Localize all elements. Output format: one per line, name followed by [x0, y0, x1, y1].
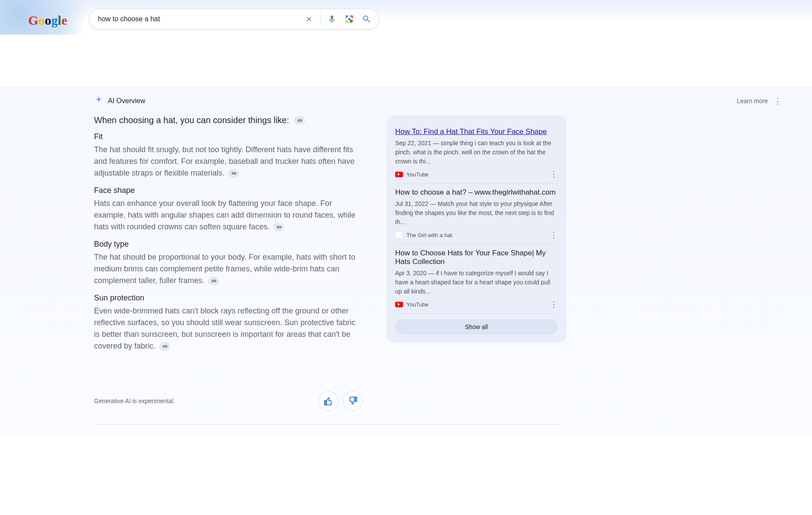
svg-rect-1	[346, 16, 347, 18]
search-icon[interactable]	[358, 10, 375, 28]
svg-point-6	[350, 20, 353, 23]
search-bar[interactable]	[89, 9, 379, 29]
lens-icon[interactable]	[341, 10, 358, 28]
google-logo[interactable]: Google	[28, 13, 67, 28]
svg-rect-5	[346, 20, 347, 23]
search-input[interactable]	[98, 15, 300, 23]
divider	[320, 13, 321, 25]
mic-icon[interactable]	[323, 10, 341, 28]
clear-icon[interactable]	[300, 10, 318, 28]
svg-point-7	[348, 18, 351, 20]
svg-rect-3	[352, 16, 353, 18]
